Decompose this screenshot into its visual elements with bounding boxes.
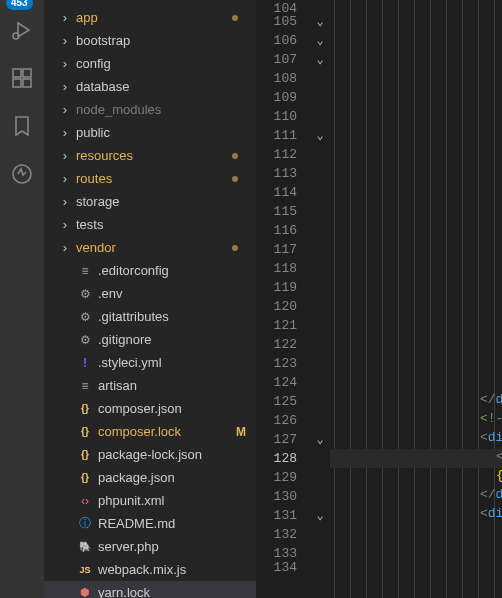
file-package-json[interactable]: {}package.json [44,466,256,489]
file-package-lock-json[interactable]: {}package-lock.json [44,443,256,466]
editor[interactable]: 104105⌄106⌄107⌄108109110111⌄112113114115… [256,0,502,598]
file--gitignore[interactable]: ⚙.gitignore [44,328,256,351]
gutter-line[interactable]: 118 [256,259,329,278]
bookmark-icon[interactable] [0,102,44,150]
code-line[interactable] [330,221,502,240]
folder-node-modules[interactable]: ›node_modules [44,98,256,121]
code-line[interactable] [330,335,502,354]
file--env[interactable]: ⚙.env [44,282,256,305]
code-line[interactable]: </div> [330,487,502,506]
gutter-line[interactable]: 109 [256,88,329,107]
folder-tests[interactable]: ›tests [44,213,256,236]
gutter-line[interactable]: 105⌄ [256,12,329,31]
folder-vendor[interactable]: ›vendor [44,236,256,259]
line-gutter[interactable]: 104105⌄106⌄107⌄108109110111⌄112113114115… [256,0,330,598]
code-line[interactable]: <div> [330,506,502,525]
file--gitattributes[interactable]: ⚙.gitattributes [44,305,256,328]
code-line[interactable]: <!-- e [330,411,502,430]
folder-public[interactable]: ›public [44,121,256,144]
folder-app[interactable]: ›app [44,6,256,29]
file--editorconfig[interactable]: ≡.editorconfig [44,259,256,282]
code-line[interactable] [330,316,502,335]
code-line[interactable] [330,12,502,31]
gutter-line[interactable]: 112 [256,145,329,164]
file-artisan[interactable]: ≡artisan [44,374,256,397]
gutter-line[interactable]: 122 [256,335,329,354]
folder-routes[interactable]: ›routes [44,167,256,190]
code-line[interactable] [330,164,502,183]
file-readme-md[interactable]: ⓘREADME.md [44,512,256,535]
extensions-icon[interactable] [0,54,44,102]
file-server-php[interactable]: 🐘server.php [44,535,256,558]
debug-icon[interactable] [0,6,44,54]
gutter-line[interactable]: 110 [256,107,329,126]
code-line[interactable] [330,373,502,392]
gutter-line[interactable]: 111⌄ [256,126,329,145]
circle-power-icon[interactable] [0,150,44,198]
gutter-line[interactable]: 119 [256,278,329,297]
code-line[interactable] [330,4,502,12]
gutter-line[interactable]: 124 [256,373,329,392]
code-line[interactable] [330,544,502,563]
gutter-line[interactable]: 131⌄ [256,506,329,525]
code-line[interactable] [330,88,502,107]
code-line[interactable] [330,202,502,221]
file-yarn-lock[interactable]: ⬢yarn.lock [44,581,256,598]
gutter-line[interactable]: 126 [256,411,329,430]
gutter-line[interactable]: 130 [256,487,329,506]
gutter-line[interactable]: 123 [256,354,329,373]
code-line[interactable] [330,278,502,297]
folder-storage[interactable]: ›storage [44,190,256,213]
file-explorer[interactable]: ›app›bootstrap›config›database›node_modu… [44,0,256,598]
gutter-line[interactable]: 129 [256,468,329,487]
gutter-line[interactable]: 121 [256,316,329,335]
folder-database[interactable]: ›database [44,75,256,98]
code-line[interactable]: <div> [330,430,502,449]
gutter-line[interactable]: 127⌄ [256,430,329,449]
code-line[interactable] [330,126,502,145]
folder-config[interactable]: ›config [44,52,256,75]
code-line[interactable] [330,145,502,164]
code-line[interactable] [330,259,502,278]
gutter-line[interactable]: 104 [256,4,329,12]
code-line[interactable] [330,563,502,571]
code-line[interactable] [330,50,502,69]
gutter-line[interactable]: 134 [256,563,329,571]
fold-chevron-icon[interactable]: ⌄ [311,508,329,523]
code-line[interactable] [330,354,502,373]
code-line[interactable]: <i [330,449,502,468]
file-composer-json[interactable]: {}composer.json [44,397,256,420]
fold-chevron-icon[interactable]: ⌄ [311,14,329,29]
file-webpack-mix-js[interactable]: JSwebpack.mix.js [44,558,256,581]
fold-chevron-icon[interactable]: ⌄ [311,33,329,48]
gutter-line[interactable]: 107⌄ [256,50,329,69]
gutter-line[interactable]: 132 [256,525,329,544]
file--styleci-yml[interactable]: !.styleci.yml [44,351,256,374]
fold-chevron-icon[interactable]: ⌄ [311,432,329,447]
gutter-line[interactable]: 115 [256,202,329,221]
code-area[interactable]: </div><!-- e<div><i{</div><div> [330,0,502,598]
gutter-line[interactable]: 125 [256,392,329,411]
gutter-line[interactable]: 128 [256,449,329,468]
file-composer-lock[interactable]: {}composer.lockM [44,420,256,443]
code-line[interactable] [330,69,502,88]
file-phpunit-xml[interactable]: ‹›phpunit.xml [44,489,256,512]
code-line[interactable] [330,31,502,50]
code-line[interactable]: { [330,468,502,487]
gutter-line[interactable]: 113 [256,164,329,183]
code-line[interactable] [330,240,502,259]
gutter-line[interactable]: 108 [256,69,329,88]
folder-resources[interactable]: ›resources [44,144,256,167]
gutter-line[interactable]: 114 [256,183,329,202]
code-line[interactable] [330,525,502,544]
gutter-line[interactable]: 106⌄ [256,31,329,50]
gutter-line[interactable]: 117 [256,240,329,259]
folder-bootstrap[interactable]: ›bootstrap [44,29,256,52]
code-line[interactable] [330,183,502,202]
fold-chevron-icon[interactable]: ⌄ [311,52,329,67]
code-line[interactable] [330,107,502,126]
code-line[interactable] [330,297,502,316]
gutter-line[interactable]: 120 [256,297,329,316]
gutter-line[interactable]: 116 [256,221,329,240]
fold-chevron-icon[interactable]: ⌄ [311,128,329,143]
